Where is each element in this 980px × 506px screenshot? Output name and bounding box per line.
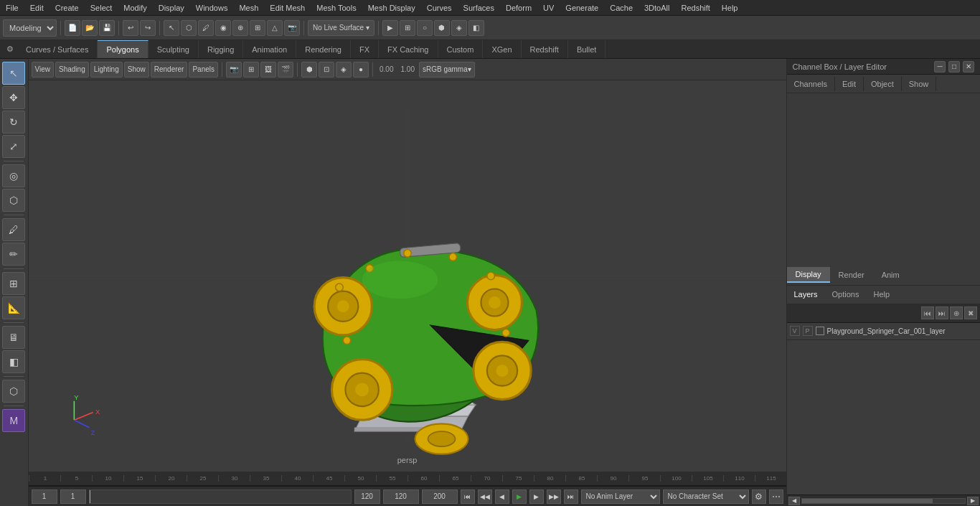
scroll-left-btn[interactable]: ◀ — [788, 497, 800, 505]
panel-minimize-btn[interactable]: ─ — [934, 61, 946, 72]
show-menu-btn[interactable]: Show — [124, 62, 149, 78]
scale-tool-btn[interactable]: ⤢ — [2, 135, 25, 158]
tab-rigging[interactable]: Rigging — [199, 40, 243, 58]
save-scene-btn[interactable]: 💾 — [99, 20, 115, 36]
frame-start-input[interactable] — [32, 489, 57, 504]
menu-cache[interactable]: Cache — [604, 2, 639, 14]
menu-edit[interactable]: Edit — [24, 2, 50, 14]
scroll-track[interactable] — [801, 498, 966, 504]
snap2-btn[interactable]: ⊞ — [250, 20, 265, 36]
layer-add-btn[interactable]: ⊕ — [950, 306, 963, 319]
rotate-tool-btn[interactable]: ↻ — [2, 111, 25, 133]
scroll-right-btn[interactable]: ▶ — [967, 497, 979, 505]
menu-mesh-display[interactable]: Mesh Display — [362, 2, 421, 14]
dr-tab-anim[interactable]: Anim — [873, 268, 908, 282]
workspace-dropdown[interactable]: Modeling — [3, 19, 57, 37]
menu-surfaces[interactable]: Surfaces — [458, 2, 500, 14]
panel-close-btn[interactable]: ✕ — [963, 61, 974, 72]
view-menu-btn[interactable]: View — [32, 62, 55, 78]
anim-extra-btn[interactable]: ⋯ — [769, 489, 783, 504]
anim-settings-btn[interactable]: ⚙ — [752, 489, 766, 504]
menu-curves[interactable]: Curves — [421, 2, 458, 14]
vp-shade-btn[interactable]: ● — [353, 62, 369, 78]
layers-tab-layers[interactable]: Layers — [787, 287, 825, 301]
tab-xgen[interactable]: XGen — [483, 40, 521, 58]
menu-generate[interactable]: Generate — [560, 2, 604, 14]
layer-move-dn-btn[interactable]: ⏭ — [936, 306, 948, 319]
vp-display-mode-btn[interactable]: ⬢ — [301, 62, 317, 78]
panels-menu-btn[interactable]: Panels — [189, 62, 218, 78]
no-live-surface-btn[interactable]: No Live Surface ▾ — [308, 20, 374, 36]
dr-tab-display[interactable]: Display — [787, 267, 830, 283]
display-type-btn[interactable]: ⊞ — [400, 20, 415, 36]
paint-tool[interactable]: 🖊 — [2, 218, 25, 241]
undo-btn[interactable]: ↩ — [123, 20, 138, 36]
tab-fx-caching[interactable]: FX Caching — [379, 40, 438, 58]
play-btn[interactable]: ▶ — [512, 489, 527, 504]
step-fwd-btn[interactable]: ▶▶ — [547, 489, 561, 504]
vp-film-btn[interactable]: 🎬 — [278, 62, 293, 78]
viewport-btn[interactable]: 🖥 — [2, 326, 25, 349]
menu-uv[interactable]: UV — [537, 2, 560, 14]
ch-tab-show[interactable]: Show — [902, 77, 937, 91]
range-end-input[interactable] — [422, 489, 458, 504]
layer-move-up-btn[interactable]: ⏮ — [921, 306, 934, 319]
viewport-3d[interactable]: X Y Z persp — [29, 80, 786, 472]
tab-animation[interactable]: Animation — [243, 40, 296, 58]
menu-mesh[interactable]: Mesh — [233, 2, 264, 14]
redo-btn[interactable]: ↪ — [140, 20, 156, 36]
tab-rendering[interactable]: Rendering — [296, 40, 351, 58]
layers-tab-help[interactable]: Help — [866, 287, 897, 301]
soft-select-btn[interactable]: ◉ — [215, 20, 231, 36]
xray-btn[interactable]: ◈ — [451, 20, 467, 36]
move-tool-btn[interactable]: ✥ — [2, 86, 25, 109]
lasso-btn[interactable]: ⬡ — [181, 20, 197, 36]
layer-playback-btn[interactable]: P — [803, 326, 813, 336]
snap-btn[interactable]: ⊕ — [232, 20, 248, 36]
layer-color-swatch[interactable] — [816, 327, 824, 335]
jump-start-btn[interactable]: ⏮ — [461, 489, 475, 504]
menu-redshift[interactable]: Redshift — [675, 2, 715, 14]
menu-3dtoall[interactable]: 3DtoAll — [639, 2, 675, 14]
tab-redshift[interactable]: Redshift — [522, 40, 568, 58]
vp-xray-btn[interactable]: ◈ — [336, 62, 352, 78]
menu-select[interactable]: Select — [85, 2, 118, 14]
menu-windows[interactable]: Windows — [190, 2, 234, 14]
tab-bullet[interactable]: Bullet — [568, 40, 606, 58]
menu-deform[interactable]: Deform — [500, 2, 537, 14]
lasso-tool[interactable]: ⬡ — [2, 189, 25, 212]
layers-tab-options[interactable]: Options — [825, 287, 867, 301]
layer-del-btn[interactable]: ✖ — [964, 306, 977, 319]
tab-sculpting[interactable]: Sculpting — [149, 40, 199, 58]
snap-to-grid[interactable]: ⊞ — [2, 272, 25, 295]
measure-tool[interactable]: 📐 — [2, 296, 25, 319]
new-scene-btn[interactable]: 📄 — [65, 20, 80, 36]
layer-row-0[interactable]: V P Playground_Springer_Car_001_layer — [787, 323, 981, 340]
menu-create[interactable]: Create — [50, 2, 85, 14]
ch-tab-object[interactable]: Object — [864, 77, 902, 91]
vp-camera-btn[interactable]: 📷 — [226, 62, 242, 78]
ch-tab-channels[interactable]: Channels — [787, 77, 835, 91]
tab-polygons[interactable]: Polygons — [98, 40, 148, 58]
snap3-btn[interactable]: △ — [267, 20, 283, 36]
select-tool-btn[interactable]: ↖ — [2, 62, 25, 85]
vp-grid-btn[interactable]: ⊞ — [243, 62, 259, 78]
select-mode-btn[interactable]: ↖ — [164, 20, 179, 36]
settings-icon[interactable]: ⚙ — [3, 42, 17, 57]
step-back-btn[interactable]: ◀◀ — [478, 489, 492, 504]
isolate-btn[interactable]: ◧ — [2, 350, 25, 373]
frame-current-left[interactable] — [60, 489, 86, 504]
anim-layer-dropdown[interactable]: No Anim Layer — [581, 489, 660, 504]
menu-file[interactable]: File — [0, 2, 24, 14]
tab-curves-surfaces[interactable]: Curves / Surfaces — [17, 40, 98, 58]
menu-mesh-tools[interactable]: Mesh Tools — [311, 2, 362, 14]
wire-btn[interactable]: ⬢ — [434, 20, 450, 36]
render-btn[interactable]: ▶ — [382, 20, 398, 36]
poly-comp-btn[interactable]: ⬡ — [2, 380, 25, 403]
layers-scrollbar[interactable]: ◀ ▶ — [787, 495, 981, 506]
frame-end-input[interactable] — [354, 489, 380, 504]
menu-help[interactable]: Help — [716, 2, 744, 14]
next-frame-btn[interactable]: ▶ — [529, 489, 544, 504]
vp-image-btn[interactable]: 🖼 — [260, 62, 276, 78]
layer-visible-btn[interactable]: V — [790, 326, 800, 336]
